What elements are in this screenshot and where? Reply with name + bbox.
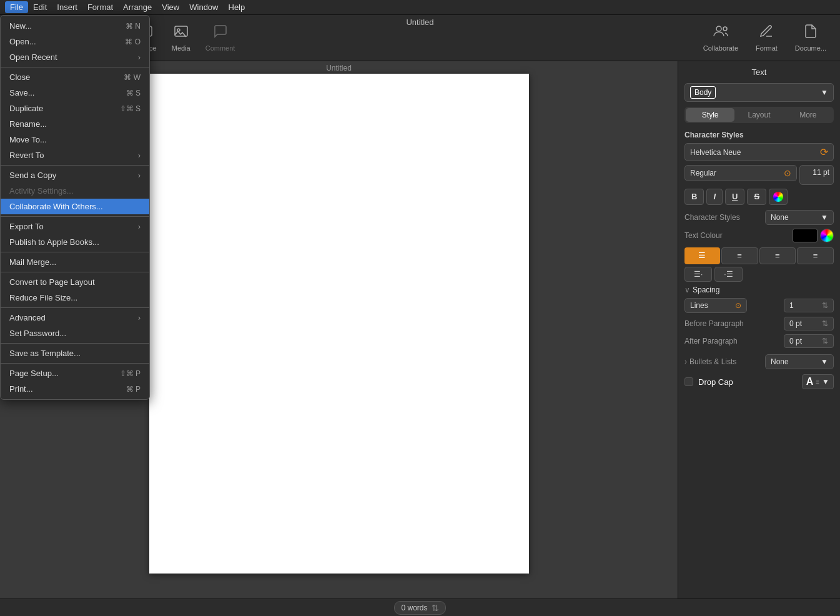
spacing-lines-stepper2: ⇅: [822, 301, 828, 310]
separator-8: [1, 363, 149, 364]
menu-page-setup[interactable]: Page Setup... ⇧⌘ P: [1, 365, 149, 381]
text-color-button[interactable]: [769, 189, 788, 205]
menu-open[interactable]: Open... ⌘ O: [1, 34, 149, 49]
indent-decrease-button[interactable]: ☰·: [684, 267, 712, 282]
spacing-lines-stepper: ⊙: [735, 301, 741, 310]
drop-cap-arrow: ▼: [822, 377, 829, 386]
menu-send-copy[interactable]: Send a Copy ›: [1, 167, 149, 183]
font-weight-dropdown[interactable]: Regular ⊙: [684, 165, 797, 181]
svg-point-13: [716, 26, 721, 31]
bullets-row: › Bullets & Lists None ▼: [684, 354, 834, 369]
menu-window[interactable]: Window: [184, 1, 223, 13]
menu-save-template[interactable]: Save as Template...: [1, 345, 149, 361]
word-count-arrow: ⇅: [432, 603, 439, 613]
paragraph-style-dropdown[interactable]: Body ▼: [684, 83, 834, 102]
menu-close-shortcut: ⌘ W: [124, 73, 141, 82]
menu-collaborate[interactable]: Collaborate With Others...: [1, 199, 149, 214]
menu-send-copy-label: Send a Copy: [9, 171, 56, 180]
format-buttons: B I U S: [684, 189, 834, 205]
font-name-dropdown[interactable]: Helvetica Neue ⟳: [684, 143, 834, 161]
menu-close-label: Close: [9, 72, 30, 82]
separator-3: [1, 216, 149, 217]
menu-revert-to[interactable]: Revert To ›: [1, 147, 149, 163]
drop-cap-checkbox[interactable]: [684, 377, 693, 386]
menu-mail-merge[interactable]: Mail Merge...: [1, 254, 149, 270]
drop-cap-row: Drop Cap A ≡ ▼: [684, 374, 834, 389]
menu-save[interactable]: Save... ⌘ S: [1, 85, 149, 101]
separator-5: [1, 272, 149, 272]
menu-new[interactable]: New... ⌘ N: [1, 18, 149, 34]
menu-open-label: Open...: [9, 37, 36, 46]
toolbar-right: Collaborate Format Docume...: [696, 19, 834, 57]
menu-rename[interactable]: Rename...: [1, 116, 149, 132]
tab-style[interactable]: Style: [686, 108, 734, 122]
menu-rename-label: Rename...: [9, 119, 47, 129]
text-color-wheel[interactable]: [820, 229, 834, 242]
after-paragraph-value[interactable]: 0 pt ⇅: [784, 334, 834, 348]
before-paragraph-stepper: ⇅: [822, 319, 828, 328]
document-page[interactable]: [149, 74, 529, 574]
menu-insert[interactable]: Insert: [52, 1, 82, 13]
char-styles-dropdown[interactable]: None ▼: [765, 210, 834, 225]
align-justify-button[interactable]: ≡: [797, 247, 834, 264]
document-icon: [803, 24, 818, 42]
menu-format[interactable]: Format: [82, 1, 118, 13]
text-color-label: Text Colour: [684, 231, 723, 240]
font-weight-stepper: ⊙: [784, 168, 791, 178]
menu-reduce-label: Reduce File Size...: [9, 293, 77, 302]
menu-set-password[interactable]: Set Password...: [1, 325, 149, 341]
menu-edit[interactable]: Edit: [28, 1, 52, 13]
bold-button[interactable]: B: [684, 189, 704, 205]
menu-view[interactable]: View: [157, 1, 184, 13]
italic-button[interactable]: I: [706, 189, 723, 205]
menu-activity-settings: Activity Settings...: [1, 183, 149, 199]
menu-help[interactable]: Help: [224, 1, 250, 13]
spacing-header[interactable]: ∨ Spacing: [684, 286, 834, 294]
after-paragraph-stepper: ⇅: [822, 337, 828, 345]
menu-publish-label: Publish to Apple Books...: [9, 237, 99, 247]
menu-publish[interactable]: Publish to Apple Books...: [1, 234, 149, 250]
toolbar-format[interactable]: Format: [748, 19, 785, 57]
menu-open-recent[interactable]: Open Recent ›: [1, 49, 149, 65]
before-paragraph-value[interactable]: 0 pt ⇅: [784, 317, 834, 330]
toolbar-comment[interactable]: Comment: [198, 19, 243, 57]
menu-revert-to-arrow: ›: [138, 151, 141, 160]
menu-export-to[interactable]: Export To ›: [1, 219, 149, 234]
underline-button[interactable]: U: [725, 189, 744, 205]
menu-convert[interactable]: Convert to Page Layout: [1, 274, 149, 290]
menu-print[interactable]: Print... ⌘ P: [1, 381, 149, 397]
toolbar-document[interactable]: Docume...: [788, 19, 834, 57]
strikethrough-button[interactable]: S: [747, 189, 766, 205]
menu-duplicate[interactable]: Duplicate ⇧⌘ S: [1, 101, 149, 116]
format-icon: [759, 24, 774, 42]
menu-arrange[interactable]: Arrange: [118, 1, 157, 13]
font-name-arrow: ⟳: [820, 146, 828, 158]
menu-reduce[interactable]: Reduce File Size...: [1, 290, 149, 306]
toolbar-media[interactable]: Media: [164, 19, 198, 57]
spacing-lines-dropdown[interactable]: Lines ⊙: [684, 298, 747, 313]
align-center-button[interactable]: ≡: [721, 247, 758, 264]
menu-print-label: Print...: [9, 384, 33, 394]
tab-more[interactable]: More: [784, 108, 833, 122]
align-right-button[interactable]: ≡: [759, 247, 796, 264]
after-paragraph-label: After Paragraph: [684, 337, 738, 345]
file-menu: New... ⌘ N Open... ⌘ O Open Recent › Clo…: [0, 15, 150, 400]
font-size-box[interactable]: 11 pt: [799, 165, 834, 185]
indent-increase-button[interactable]: ·☰: [714, 267, 742, 282]
word-count-pill[interactable]: 0 words ⇅: [394, 601, 445, 615]
menu-close[interactable]: Close ⌘ W: [1, 69, 149, 85]
spacing-label: Spacing: [693, 286, 719, 294]
bullets-dropdown[interactable]: None ▼: [765, 354, 834, 369]
toolbar-collaborate[interactable]: Collaborate: [696, 19, 746, 57]
menu-advanced[interactable]: Advanced ›: [1, 310, 149, 325]
drop-cap-preview[interactable]: A ≡ ▼: [802, 374, 834, 389]
align-left-button[interactable]: ☰: [684, 247, 720, 264]
menu-file[interactable]: File: [5, 1, 28, 13]
text-color-swatch[interactable]: [793, 229, 818, 242]
spacing-lines-number[interactable]: 1 ⇅: [784, 299, 834, 312]
menu-advanced-label: Advanced: [9, 313, 46, 322]
comment-icon: [213, 24, 228, 42]
char-styles-arrow: ▼: [821, 213, 828, 222]
menu-move-to[interactable]: Move To...: [1, 132, 149, 147]
tab-layout[interactable]: Layout: [734, 108, 783, 122]
